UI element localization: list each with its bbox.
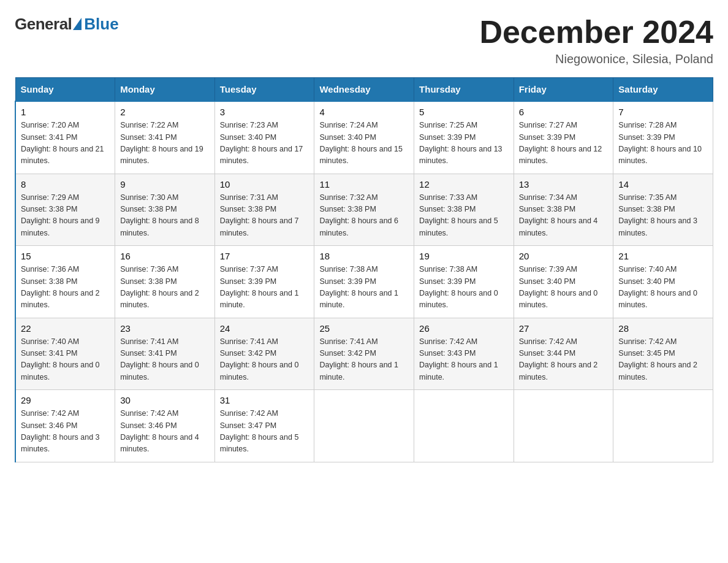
calendar-cell: 21Sunrise: 7:40 AMSunset: 3:40 PMDayligh… — [613, 246, 713, 318]
day-number: 18 — [319, 251, 409, 261]
day-number: 27 — [519, 323, 609, 334]
day-number: 15 — [21, 251, 110, 261]
logo: General Blue — [15, 15, 119, 34]
day-number: 30 — [120, 395, 210, 405]
calendar-cell: 9Sunrise: 7:30 AMSunset: 3:38 PMDaylight… — [115, 174, 215, 246]
day-number: 16 — [120, 251, 210, 261]
calendar-cell: 24Sunrise: 7:41 AMSunset: 3:42 PMDayligh… — [214, 318, 314, 390]
calendar-cell: 27Sunrise: 7:42 AMSunset: 3:44 PMDayligh… — [514, 318, 613, 390]
header-friday: Friday — [514, 78, 613, 102]
day-number: 17 — [220, 251, 309, 261]
calendar-cell: 4Sunrise: 7:24 AMSunset: 3:40 PMDaylight… — [314, 101, 414, 174]
day-info: Sunrise: 7:36 AMSunset: 3:38 PMDaylight:… — [21, 264, 110, 312]
day-info: Sunrise: 7:42 AMSunset: 3:44 PMDaylight:… — [519, 336, 609, 384]
calendar-cell: 16Sunrise: 7:36 AMSunset: 3:38 PMDayligh… — [115, 246, 215, 318]
calendar-cell: 5Sunrise: 7:25 AMSunset: 3:39 PMDaylight… — [414, 101, 514, 174]
day-info: Sunrise: 7:22 AMSunset: 3:41 PMDaylight:… — [120, 120, 210, 167]
day-number: 6 — [519, 107, 609, 117]
day-number: 20 — [519, 251, 609, 261]
day-number: 7 — [618, 107, 708, 117]
calendar-cell: 30Sunrise: 7:42 AMSunset: 3:46 PMDayligh… — [115, 390, 215, 462]
calendar-cell: 7Sunrise: 7:28 AMSunset: 3:39 PMDaylight… — [613, 101, 713, 174]
calendar-cell: 18Sunrise: 7:38 AMSunset: 3:39 PMDayligh… — [314, 246, 414, 318]
day-number: 1 — [21, 107, 110, 117]
day-number: 28 — [618, 323, 708, 334]
day-number: 14 — [618, 179, 708, 190]
day-info: Sunrise: 7:40 AMSunset: 3:41 PMDaylight:… — [21, 336, 110, 384]
day-number: 8 — [21, 179, 110, 190]
day-info: Sunrise: 7:39 AMSunset: 3:40 PMDaylight:… — [519, 264, 609, 312]
calendar-cell — [414, 390, 514, 462]
header-row: SundayMondayTuesdayWednesdayThursdayFrid… — [15, 78, 713, 102]
week-row-5: 29Sunrise: 7:42 AMSunset: 3:46 PMDayligh… — [15, 390, 713, 462]
day-info: Sunrise: 7:29 AMSunset: 3:38 PMDaylight:… — [21, 192, 110, 240]
header-sunday: Sunday — [15, 78, 115, 102]
day-info: Sunrise: 7:38 AMSunset: 3:39 PMDaylight:… — [319, 264, 409, 312]
day-info: Sunrise: 7:34 AMSunset: 3:38 PMDaylight:… — [519, 192, 609, 240]
day-number: 31 — [220, 395, 309, 405]
calendar-cell: 8Sunrise: 7:29 AMSunset: 3:38 PMDaylight… — [15, 174, 115, 246]
calendar-cell: 31Sunrise: 7:42 AMSunset: 3:47 PMDayligh… — [214, 390, 314, 462]
day-number: 29 — [21, 395, 110, 405]
day-number: 2 — [120, 107, 210, 117]
calendar-cell: 2Sunrise: 7:22 AMSunset: 3:41 PMDaylight… — [115, 101, 215, 174]
day-info: Sunrise: 7:24 AMSunset: 3:40 PMDaylight:… — [319, 120, 409, 167]
day-number: 22 — [21, 323, 110, 334]
month-title: December 2024 — [479, 15, 713, 50]
day-info: Sunrise: 7:41 AMSunset: 3:41 PMDaylight:… — [120, 336, 210, 384]
day-number: 24 — [220, 323, 309, 334]
calendar-cell: 13Sunrise: 7:34 AMSunset: 3:38 PMDayligh… — [514, 174, 613, 246]
day-number: 19 — [419, 251, 509, 261]
day-info: Sunrise: 7:25 AMSunset: 3:39 PMDaylight:… — [419, 120, 509, 167]
page-header: General Blue December 2024 Niegowonice, … — [15, 15, 713, 66]
logo-blue-text: Blue — [84, 15, 118, 34]
header-tuesday: Tuesday — [214, 78, 314, 102]
day-info: Sunrise: 7:42 AMSunset: 3:46 PMDaylight:… — [120, 408, 210, 456]
calendar-table: SundayMondayTuesdayWednesdayThursdayFrid… — [15, 77, 713, 462]
calendar-cell: 17Sunrise: 7:37 AMSunset: 3:39 PMDayligh… — [214, 246, 314, 318]
calendar-cell — [314, 390, 414, 462]
day-number: 3 — [220, 107, 309, 117]
day-info: Sunrise: 7:38 AMSunset: 3:39 PMDaylight:… — [419, 264, 509, 312]
header-thursday: Thursday — [414, 78, 514, 102]
day-number: 25 — [319, 323, 409, 334]
calendar-cell: 22Sunrise: 7:40 AMSunset: 3:41 PMDayligh… — [15, 318, 115, 390]
day-info: Sunrise: 7:40 AMSunset: 3:40 PMDaylight:… — [618, 264, 708, 312]
calendar-cell — [613, 390, 713, 462]
calendar-cell: 23Sunrise: 7:41 AMSunset: 3:41 PMDayligh… — [115, 318, 215, 390]
day-info: Sunrise: 7:27 AMSunset: 3:39 PMDaylight:… — [519, 120, 609, 167]
day-info: Sunrise: 7:35 AMSunset: 3:38 PMDaylight:… — [618, 192, 708, 240]
calendar-cell — [514, 390, 613, 462]
day-number: 10 — [220, 179, 309, 190]
header-saturday: Saturday — [613, 78, 713, 102]
day-number: 23 — [120, 323, 210, 334]
day-info: Sunrise: 7:41 AMSunset: 3:42 PMDaylight:… — [319, 336, 409, 384]
day-info: Sunrise: 7:20 AMSunset: 3:41 PMDaylight:… — [21, 120, 110, 167]
day-number: 13 — [519, 179, 609, 190]
day-number: 4 — [319, 107, 409, 117]
calendar-cell: 20Sunrise: 7:39 AMSunset: 3:40 PMDayligh… — [514, 246, 613, 318]
calendar-cell: 26Sunrise: 7:42 AMSunset: 3:43 PMDayligh… — [414, 318, 514, 390]
day-number: 26 — [419, 323, 509, 334]
calendar-cell: 11Sunrise: 7:32 AMSunset: 3:38 PMDayligh… — [314, 174, 414, 246]
header-monday: Monday — [115, 78, 215, 102]
calendar-cell: 29Sunrise: 7:42 AMSunset: 3:46 PMDayligh… — [15, 390, 115, 462]
day-info: Sunrise: 7:41 AMSunset: 3:42 PMDaylight:… — [220, 336, 309, 384]
location-text: Niegowonice, Silesia, Poland — [479, 52, 713, 66]
day-number: 9 — [120, 179, 210, 190]
day-info: Sunrise: 7:32 AMSunset: 3:38 PMDaylight:… — [319, 192, 409, 240]
week-row-2: 8Sunrise: 7:29 AMSunset: 3:38 PMDaylight… — [15, 174, 713, 246]
logo-triangle-icon — [73, 18, 82, 30]
day-number: 21 — [618, 251, 708, 261]
day-info: Sunrise: 7:42 AMSunset: 3:43 PMDaylight:… — [419, 336, 509, 384]
day-number: 11 — [319, 179, 409, 190]
day-info: Sunrise: 7:36 AMSunset: 3:38 PMDaylight:… — [120, 264, 210, 312]
calendar-cell: 3Sunrise: 7:23 AMSunset: 3:40 PMDaylight… — [214, 101, 314, 174]
day-number: 12 — [419, 179, 509, 190]
header-wednesday: Wednesday — [314, 78, 414, 102]
day-info: Sunrise: 7:37 AMSunset: 3:39 PMDaylight:… — [220, 264, 309, 312]
day-info: Sunrise: 7:28 AMSunset: 3:39 PMDaylight:… — [618, 120, 708, 167]
calendar-cell: 10Sunrise: 7:31 AMSunset: 3:38 PMDayligh… — [214, 174, 314, 246]
calendar-cell: 1Sunrise: 7:20 AMSunset: 3:41 PMDaylight… — [15, 101, 115, 174]
calendar-cell: 15Sunrise: 7:36 AMSunset: 3:38 PMDayligh… — [15, 246, 115, 318]
